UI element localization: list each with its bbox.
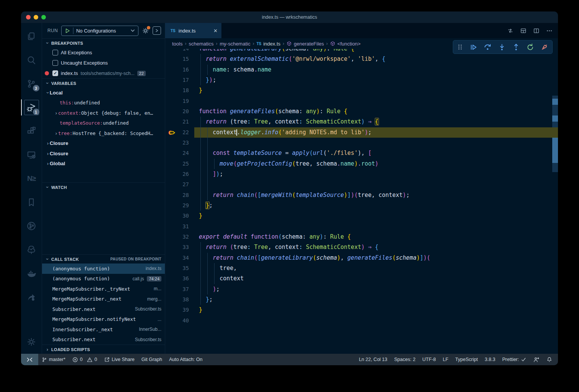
feedback[interactable] [530, 354, 543, 365]
breakpoint-checkbox[interactable]: ✓ [52, 70, 58, 76]
live-share-status[interactable]: Live Share [101, 354, 138, 365]
activity-settings[interactable] [21, 330, 42, 354]
variable-row[interactable]: templateSource: undefined [42, 118, 165, 128]
line-number[interactable]: 27 [165, 179, 189, 190]
prettier-status[interactable]: Prettier: [499, 354, 530, 365]
step-over-icon[interactable] [483, 43, 492, 51]
breakpoint-row[interactable]: All Exceptions [42, 47, 165, 58]
code-line[interactable]: 17 }); [165, 75, 558, 85]
breakpoint-checkbox[interactable] [52, 60, 58, 66]
call-stack-frame[interactable]: (anonymous function)index.ts [42, 264, 165, 274]
variable-row[interactable]: ›context: Object {debug: false, en… [42, 108, 165, 118]
code-line[interactable]: 34 return chain([generateLibrary(schema)… [165, 253, 558, 263]
restart-icon[interactable] [526, 43, 534, 51]
code-line[interactable]: 22 context.logger.info('adding NOTES.md … [165, 127, 558, 138]
line-number[interactable]: 33 [165, 242, 189, 252]
open-debug-console-icon[interactable] [153, 26, 161, 35]
code-line[interactable]: 23 [165, 138, 558, 148]
line-number[interactable]: 25 [165, 159, 189, 169]
breadcrumb-item-schematics[interactable]: schematics [189, 41, 213, 47]
code-line[interactable]: 30} [165, 211, 558, 221]
code-line[interactable]: 18} [165, 85, 558, 96]
notifications-bell[interactable] [543, 354, 556, 365]
line-number[interactable]: 24 [165, 148, 189, 158]
code-line[interactable]: 37 ); [165, 284, 558, 294]
ts-version[interactable]: 3.8.3 [481, 354, 499, 365]
launch-config-dropdown[interactable]: No Configurations [61, 26, 138, 36]
line-number[interactable]: 34 [165, 253, 189, 263]
auto-attach-status[interactable]: Auto Attach: On [166, 354, 206, 365]
activity-search[interactable] [21, 48, 42, 72]
split-editor-icon[interactable] [533, 28, 540, 34]
step-into-icon[interactable] [498, 43, 506, 51]
line-number[interactable]: 36 [165, 273, 189, 284]
line-number[interactable]: 40 [165, 316, 189, 326]
activity-remote-explorer[interactable] [21, 143, 42, 167]
activity-run-debug[interactable]: 1 [21, 96, 42, 119]
code-line[interactable]: 21 return (tree: Tree, context: Schemati… [165, 117, 558, 127]
section-header-breakpoints[interactable]: ›BREAKPOINTS [42, 38, 165, 47]
code-line[interactable]: 31 [165, 221, 558, 232]
branch-status[interactable]: master* [38, 354, 69, 365]
line-number[interactable]: 31 [165, 221, 189, 232]
call-stack-frame[interactable]: MergeMapSubscriber.notifyNext... [42, 314, 165, 325]
variable-row[interactable]: ›Closure [42, 148, 165, 159]
activity-docker[interactable] [21, 262, 42, 285]
start-debug-icon[interactable] [65, 28, 70, 34]
code-line[interactable]: 38 }; [165, 294, 558, 305]
code-line[interactable]: 26 ]); [165, 169, 558, 179]
call-stack-frame[interactable]: Subscriber.nextSubscriber.ts [42, 335, 165, 345]
line-number[interactable]: 15 [165, 54, 189, 64]
activity-extensions[interactable] [21, 119, 42, 143]
line-number[interactable]: 39 [165, 305, 189, 315]
language-mode[interactable]: TypeScript [452, 354, 481, 365]
breadcrumb-item-indexts[interactable]: TSindex.ts [257, 41, 281, 47]
minimize-window-icon[interactable] [34, 15, 38, 20]
maximize-window-icon[interactable] [41, 15, 46, 20]
activity-test-explorer[interactable] [21, 238, 42, 262]
breadcrumb-item-generateFiles[interactable]: generateFiles [286, 41, 324, 47]
line-number[interactable]: 38 [165, 294, 189, 305]
line-number[interactable]: 20 [165, 106, 189, 117]
line-number[interactable]: 30 [165, 211, 189, 221]
step-out-icon[interactable] [512, 43, 520, 51]
section-header-call-stack[interactable]: ›CALL STACKPAUSED ON BREAKPOINT [42, 254, 165, 264]
code-line[interactable]: 16 name: schema.name [165, 65, 558, 75]
code-line[interactable]: 19 [165, 96, 558, 106]
breakpoint-row[interactable]: Uncaught Exceptions [42, 58, 165, 68]
code-line[interactable]: 32export default function(schema: any): … [165, 232, 558, 242]
problems-status[interactable]: 00 [69, 354, 101, 365]
editor-layout-icon[interactable] [520, 28, 527, 34]
cursor-position[interactable]: Ln 22, Col 13 [355, 354, 390, 365]
variable-row[interactable]: ›tree: HostTree {_backend: ScopedH… [42, 128, 165, 138]
variable-row[interactable]: ›Local [42, 88, 165, 98]
tab-index-ts[interactable]: TS index.ts ✕ [165, 23, 221, 38]
continue-icon[interactable] [469, 43, 477, 51]
code-line[interactable]: 29 }; [165, 200, 558, 211]
code-line[interactable]: 35 tree, [165, 263, 558, 273]
line-number[interactable]: 16 [165, 65, 189, 75]
variable-row[interactable]: this: undefined [42, 98, 165, 108]
open-changes-icon[interactable] [507, 28, 514, 34]
close-window-icon[interactable] [26, 15, 31, 20]
breakpoint-checkbox[interactable] [52, 50, 58, 55]
section-header-loaded-scripts[interactable]: ›LOADED SCRIPTS [42, 345, 165, 354]
eol[interactable]: LF [439, 354, 452, 365]
breadcrumb-item-function[interactable]: <function> [330, 41, 361, 47]
line-number[interactable]: 35 [165, 263, 189, 273]
more-actions-icon[interactable] [546, 28, 553, 34]
line-number[interactable]: 19 [165, 96, 189, 106]
activity-project-share[interactable] [21, 285, 42, 309]
code-line[interactable]: 27 [165, 179, 558, 190]
line-number[interactable]: 18 [165, 85, 189, 96]
section-header-watch[interactable]: ›WATCH [42, 182, 165, 192]
activity-nx-console[interactable]: N≥ [21, 167, 42, 190]
call-stack-frame[interactable]: Subscriber.nextSubscriber.ts [42, 304, 165, 314]
line-number[interactable]: 37 [165, 284, 189, 294]
activity-bookmarks[interactable] [21, 190, 42, 214]
activity-source-control[interactable]: 3 [21, 72, 42, 96]
git-graph-status[interactable]: Git Graph [138, 354, 166, 365]
line-number[interactable]: 32 [165, 232, 189, 242]
call-stack-frame[interactable]: (anonymous function)call.js74:24 [42, 274, 165, 284]
line-number[interactable]: 28 [165, 190, 189, 200]
